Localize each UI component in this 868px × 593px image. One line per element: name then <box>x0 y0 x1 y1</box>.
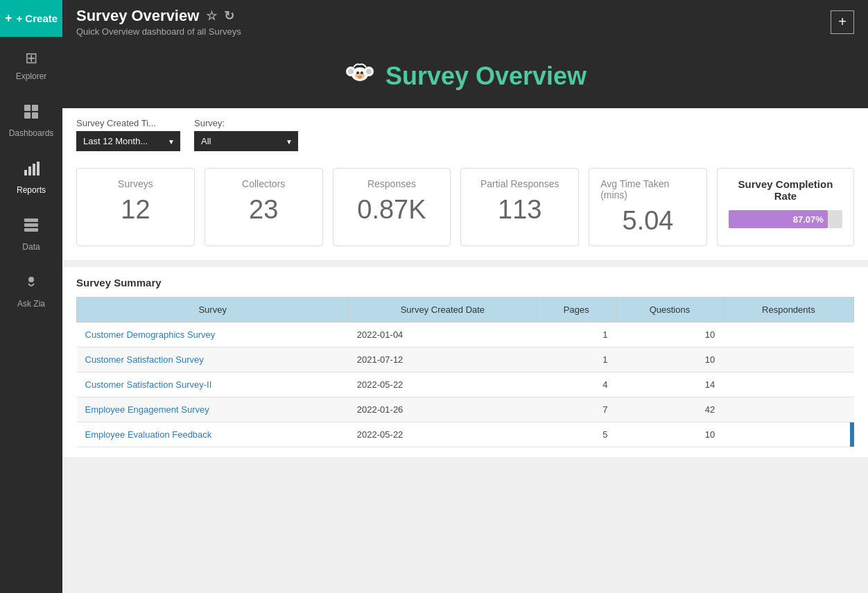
cell-respondents <box>723 323 853 347</box>
svg-point-15 <box>348 69 354 74</box>
svg-rect-9 <box>24 223 38 227</box>
table-row: Customer Satisfaction Survey2021-07-1211… <box>77 347 854 372</box>
cell-questions: 14 <box>616 372 724 397</box>
cell-survey-name[interactable]: Customer Satisfaction Survey-II <box>77 372 349 397</box>
sidebar-item-label: Explorer <box>16 71 47 81</box>
stat-surveys-label: Surveys <box>118 178 153 189</box>
topbar-title-row: Survey Overview ☆ ↻ <box>76 7 241 25</box>
reports-icon <box>23 160 40 181</box>
progress-bar-bg: 87.07% <box>729 210 842 228</box>
stat-collectors-value: 23 <box>249 195 278 225</box>
cell-respondents <box>723 422 853 447</box>
data-icon <box>23 217 40 238</box>
sidebar-item-explorer[interactable]: ⊞ Explorer <box>0 37 62 91</box>
cell-questions: 10 <box>616 347 724 372</box>
stat-collectors-label: Collectors <box>242 178 285 189</box>
cell-questions: 42 <box>616 397 724 422</box>
table-row: Employee Engagement Survey2022-01-26742 <box>77 397 854 422</box>
sidebar: + + Create ⊞ Explorer Dashboards Reports <box>0 0 62 593</box>
topbar-subtitle: Quick Overview dashboard of all Surveys <box>76 26 241 37</box>
cell-questions: 10 <box>616 422 724 447</box>
cell-survey-date: 2021-07-12 <box>349 347 537 372</box>
stat-partial-label: Partial Responses <box>480 178 559 189</box>
sidebar-item-ask-zia[interactable]: Ask Zia <box>0 261 62 318</box>
sidebar-item-label: Reports <box>17 185 46 195</box>
cell-survey-name[interactable]: Customer Satisfaction Survey <box>77 347 349 372</box>
svg-point-20 <box>358 76 362 78</box>
cell-questions: 10 <box>616 323 724 347</box>
ask-zia-icon <box>23 274 40 295</box>
svg-rect-6 <box>33 164 35 175</box>
filter-survey-select[interactable]: All <box>194 131 298 151</box>
sidebar-item-reports[interactable]: Reports <box>0 148 62 205</box>
dashboard-header: Survey Overview <box>62 44 868 108</box>
col-pages: Pages <box>537 298 616 323</box>
stat-surveys-value: 12 <box>121 195 150 225</box>
sidebar-item-data[interactable]: Data <box>0 205 62 261</box>
dashboards-icon <box>23 103 40 124</box>
cell-pages: 4 <box>537 372 616 397</box>
stat-avg-time-label: Avg Time Taken (mins) <box>600 178 695 200</box>
cell-survey-date: 2022-05-22 <box>349 372 537 397</box>
table-row: Employee Evaluation Feedback2022-05-2251… <box>77 422 854 447</box>
dashboard-title: Survey Overview <box>385 62 587 91</box>
cell-pages: 7 <box>537 397 616 422</box>
filter-survey-label: Survey: <box>194 118 298 128</box>
refresh-icon[interactable]: ↻ <box>224 8 234 24</box>
filter-survey-group: Survey: All <box>194 118 298 151</box>
sidebar-item-label: Dashboards <box>9 128 54 138</box>
cell-survey-name[interactable]: Customer Demographics Survey <box>77 323 349 347</box>
svg-point-18 <box>356 71 359 74</box>
star-icon[interactable]: ☆ <box>206 8 217 24</box>
col-survey: Survey <box>77 298 349 323</box>
col-date: Survey Created Date <box>349 298 537 323</box>
table-row: Customer Satisfaction Survey-II2022-05-2… <box>77 372 854 397</box>
create-label: + Create <box>16 12 58 24</box>
table-row: Customer Demographics Survey2022-01-0411… <box>77 323 854 347</box>
progress-label: 87.07% <box>793 214 824 225</box>
filter-time-select[interactable]: Last 12 Month... Last 6 Months Last 3 Mo… <box>76 131 180 151</box>
cell-survey-name[interactable]: Employee Engagement Survey <box>77 397 349 422</box>
stat-collectors: Collectors 23 <box>205 168 323 246</box>
filter-time-wrapper: Last 12 Month... Last 6 Months Last 3 Mo… <box>76 131 180 151</box>
sidebar-item-dashboards[interactable]: Dashboards <box>0 91 62 148</box>
stat-partial: Partial Responses 113 <box>460 168 579 246</box>
filter-survey-wrapper: All <box>194 131 298 151</box>
cell-pages: 5 <box>537 422 616 447</box>
summary-title: Survey Summary <box>76 277 854 289</box>
create-button[interactable]: + + Create <box>0 0 62 37</box>
col-respondents: Respondents <box>723 298 853 323</box>
cell-survey-date: 2022-05-22 <box>349 422 537 447</box>
filters-section: Survey Created Ti... Last 12 Month... La… <box>62 108 868 161</box>
sidebar-item-label: Data <box>22 242 40 252</box>
cell-survey-date: 2022-01-04 <box>349 323 537 347</box>
cell-survey-name[interactable]: Employee Evaluation Feedback <box>77 422 349 447</box>
content-area: Survey Overview Survey Created Ti... Las… <box>62 44 868 593</box>
summary-table: Survey Survey Created Date Pages Questio… <box>76 297 854 447</box>
topbar-left: Survey Overview ☆ ↻ Quick Overview dashb… <box>76 7 241 37</box>
sidebar-item-label: Ask Zia <box>17 299 45 309</box>
topbar: Survey Overview ☆ ↻ Quick Overview dashb… <box>62 0 868 44</box>
svg-rect-1 <box>32 105 38 111</box>
topbar-add-button[interactable]: + <box>831 10 854 34</box>
svg-rect-4 <box>24 170 27 175</box>
page-title: Survey Overview <box>76 7 199 25</box>
svg-point-19 <box>361 71 363 74</box>
cell-survey-date: 2022-01-26 <box>349 397 537 422</box>
svg-rect-7 <box>37 162 40 175</box>
stats-row: Surveys 12 Collectors 23 Responses 0.87K… <box>62 161 868 260</box>
explorer-icon: ⊞ <box>25 49 37 67</box>
stat-responses: Responses 0.87K <box>333 168 451 246</box>
cell-respondents <box>723 372 853 397</box>
svg-point-16 <box>366 69 372 74</box>
cell-pages: 1 <box>537 323 616 347</box>
progress-bar-fill: 87.07% <box>729 210 828 228</box>
stat-responses-label: Responses <box>367 178 416 189</box>
topbar-icons: ☆ ↻ <box>206 8 234 24</box>
svg-rect-3 <box>32 112 38 119</box>
stat-avg-time-value: 5.04 <box>623 206 674 236</box>
stat-surveys: Surveys 12 <box>76 168 195 246</box>
cell-pages: 1 <box>537 347 616 372</box>
cell-respondents <box>723 347 853 372</box>
svg-rect-0 <box>24 105 31 111</box>
